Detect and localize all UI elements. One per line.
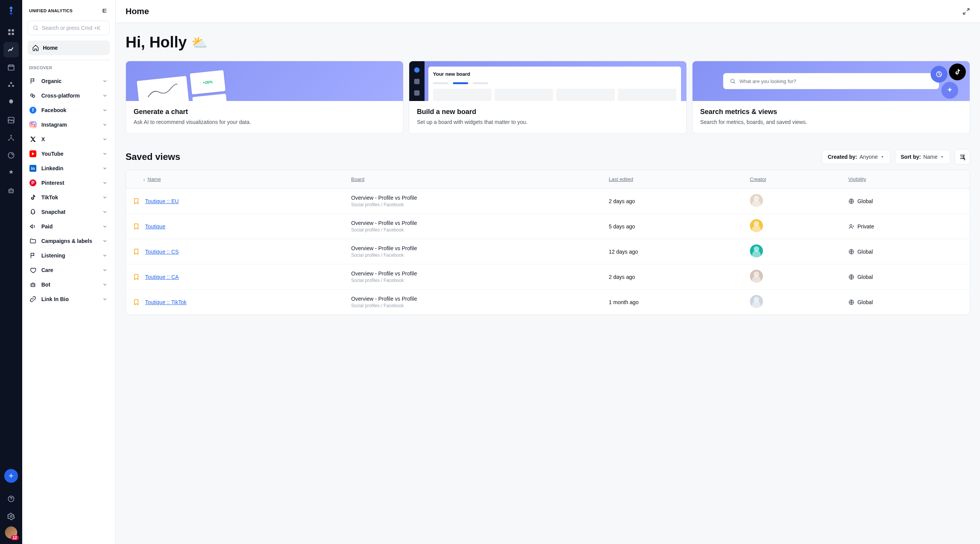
card-build-board[interactable]: Your new board Build a new board Set up … bbox=[409, 61, 687, 134]
chevron-down-icon bbox=[102, 209, 108, 215]
link-icon bbox=[29, 295, 37, 303]
col-visibility[interactable]: Visibility bbox=[841, 170, 970, 189]
greeting-text: Hi, Holly bbox=[126, 34, 187, 51]
rail-settings[interactable] bbox=[3, 509, 19, 524]
svg-point-6 bbox=[10, 82, 12, 84]
rail-avatar[interactable]: 12 bbox=[5, 526, 17, 539]
sidebar-item-facebook[interactable]: f Facebook bbox=[26, 103, 111, 117]
content: Hi, Holly ⛅ +26% Generate a chart Ask AI… bbox=[116, 23, 980, 544]
svg-point-13 bbox=[8, 153, 14, 158]
chevron-down-icon bbox=[102, 151, 108, 156]
search-input[interactable]: Search or press Cmd +K bbox=[28, 21, 110, 35]
svg-point-12 bbox=[13, 139, 14, 140]
card-desc: Set up a board with widgets that matter … bbox=[417, 119, 679, 125]
rail-bot[interactable] bbox=[3, 183, 19, 198]
expand-button[interactable] bbox=[962, 8, 970, 15]
sidebar-item-cross-platform[interactable]: Cross-platform bbox=[26, 88, 111, 103]
view-name-link[interactable]: Toutique bbox=[145, 223, 165, 230]
bookmark-icon bbox=[133, 223, 140, 230]
col-board[interactable]: Board bbox=[344, 170, 602, 189]
view-name-link[interactable]: Toutique :: TikTok bbox=[145, 299, 186, 305]
svg-point-11 bbox=[8, 139, 10, 140]
svg-point-10 bbox=[10, 135, 11, 136]
card-title: Generate a chart bbox=[134, 108, 395, 116]
sidebar-home[interactable]: Home bbox=[28, 41, 110, 55]
table-row[interactable]: Toutique :: EU Overview - Profile vs Pro… bbox=[126, 189, 970, 214]
svg-rect-2 bbox=[12, 29, 14, 32]
svg-rect-1 bbox=[8, 29, 11, 32]
sidebar-item-label: Instagram bbox=[41, 122, 98, 128]
rail-media[interactable] bbox=[3, 112, 19, 128]
svg-point-24 bbox=[34, 123, 35, 124]
sidebar-item-pinterest[interactable]: P Pinterest bbox=[26, 176, 111, 190]
rail-network[interactable] bbox=[3, 130, 19, 145]
sidebar-item-linkedin[interactable]: in Linkedin bbox=[26, 161, 111, 176]
sidebar-item-label: Pinterest bbox=[41, 180, 98, 186]
col-creator[interactable]: Creator bbox=[743, 170, 841, 189]
svg-point-34 bbox=[730, 79, 734, 83]
sidebar-item-youtube[interactable]: YouTube bbox=[26, 147, 111, 161]
table-row[interactable]: Toutique Overview - Profile vs Profile S… bbox=[126, 214, 970, 239]
card-search-metrics[interactable]: What are you looking for? Search metrics… bbox=[692, 61, 970, 134]
svg-point-37 bbox=[850, 224, 852, 226]
rail-reviews[interactable] bbox=[3, 165, 19, 181]
search-placeholder: Search or press Cmd +K bbox=[42, 25, 101, 31]
sidebar-home-label: Home bbox=[43, 45, 58, 51]
bookmark-icon bbox=[133, 248, 140, 255]
board-path: Social profiles / Facebook bbox=[351, 303, 595, 308]
col-last-edited[interactable]: Last edited bbox=[602, 170, 743, 189]
sidebar-item-care[interactable]: Care bbox=[26, 263, 111, 277]
sidebar-item-instagram[interactable]: Instagram bbox=[26, 117, 111, 132]
sidebar-item-listening[interactable]: Listening bbox=[26, 248, 111, 263]
rail-listening[interactable] bbox=[3, 148, 19, 163]
card-generate-chart[interactable]: +26% Generate a chart Ask AI to recommen… bbox=[126, 61, 403, 134]
filter-sort-by[interactable]: Sort by: Name bbox=[895, 150, 950, 164]
sidebar-item-link-in-bio[interactable]: Link In Bio bbox=[26, 292, 111, 306]
layers-icon bbox=[29, 92, 37, 99]
sidebar-item-campaigns-labels[interactable]: Campaigns & labels bbox=[26, 234, 111, 248]
sidebar-item-organic[interactable]: Organic bbox=[26, 74, 111, 88]
col-name[interactable]: ↓Name bbox=[126, 170, 344, 189]
chevron-down-icon bbox=[102, 93, 108, 98]
svg-point-8 bbox=[12, 85, 14, 87]
view-name-link[interactable]: Toutique :: EU bbox=[145, 198, 179, 204]
board-name: Overview - Profile vs Profile bbox=[351, 220, 595, 226]
sidebar-item-snapchat[interactable]: Snapchat bbox=[26, 205, 111, 219]
sidebar-item-label: Listening bbox=[41, 252, 98, 259]
table-row[interactable]: Toutique :: CS Overview - Profile vs Pro… bbox=[126, 239, 970, 264]
svg-point-0 bbox=[10, 10, 12, 12]
view-name-link[interactable]: Toutique :: CS bbox=[145, 249, 179, 255]
sidebar-item-x[interactable]: X bbox=[26, 132, 111, 147]
card-title: Search metrics & views bbox=[700, 108, 962, 116]
sidebar-collapse-button[interactable] bbox=[101, 7, 108, 15]
filter-created-by[interactable]: Created by: Anyone bbox=[822, 150, 890, 164]
sort-direction-button[interactable] bbox=[955, 149, 970, 165]
chevron-down-icon bbox=[102, 253, 108, 258]
table-row[interactable]: Toutique :: CA Overview - Profile vs Pro… bbox=[126, 264, 970, 290]
last-edited: 2 days ago bbox=[602, 189, 743, 214]
board-name: Overview - Profile vs Profile bbox=[351, 270, 595, 277]
rail-analytics[interactable] bbox=[3, 42, 19, 57]
rail-calendar[interactable] bbox=[3, 60, 19, 75]
nav-rail: + 12 bbox=[0, 0, 22, 544]
sidebar-item-tiktok[interactable]: TikTok bbox=[26, 190, 111, 205]
rail-logo[interactable] bbox=[6, 5, 16, 16]
rail-help[interactable] bbox=[3, 491, 19, 507]
rail-add-button[interactable]: + bbox=[4, 469, 18, 483]
rail-audience[interactable] bbox=[3, 77, 19, 93]
ig-icon bbox=[29, 121, 37, 129]
table-row[interactable]: Toutique :: TikTok Overview - Profile vs… bbox=[126, 290, 970, 315]
rail-ai[interactable] bbox=[3, 95, 19, 110]
greeting: Hi, Holly ⛅ bbox=[126, 34, 970, 51]
svg-rect-4 bbox=[12, 33, 14, 35]
chevron-down-icon bbox=[102, 282, 108, 287]
sidebar-item-label: Facebook bbox=[41, 107, 98, 113]
view-name-link[interactable]: Toutique :: CA bbox=[145, 274, 179, 280]
sidebar-item-paid[interactable]: Paid bbox=[26, 219, 111, 234]
creator-avatar bbox=[750, 244, 763, 257]
sidebar-item-bot[interactable]: Bot bbox=[26, 277, 111, 292]
chevron-down-icon bbox=[102, 122, 108, 127]
board-name: Overview - Profile vs Profile bbox=[351, 296, 595, 302]
sun-cloud-icon: ⛅ bbox=[191, 35, 207, 50]
rail-dashboards[interactable] bbox=[3, 24, 19, 40]
